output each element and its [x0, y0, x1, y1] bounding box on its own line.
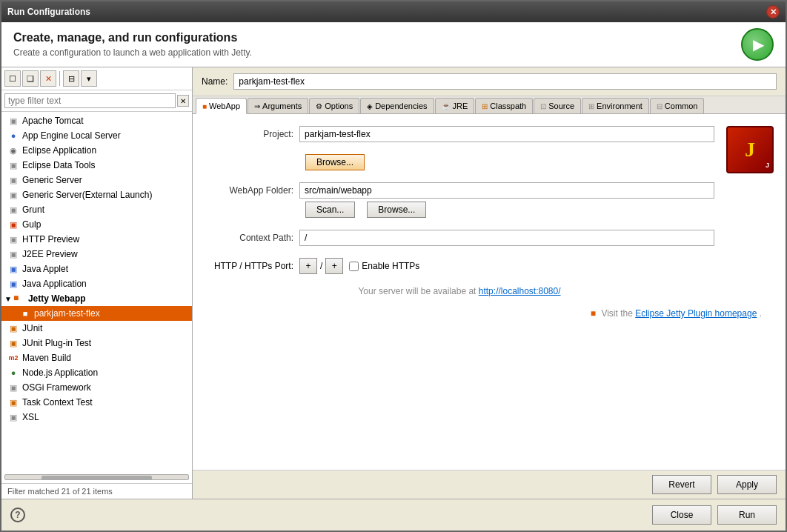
- tree-label: Java Applet: [22, 264, 68, 274]
- jetty-group-icon: ■: [13, 293, 25, 305]
- delete-config-button[interactable]: ✕: [40, 70, 56, 87]
- tab-webapp-label: WebApp: [209, 102, 240, 110]
- window-close-button[interactable]: ✕: [766, 5, 780, 19]
- tab-arguments[interactable]: ⇒ Arguments: [248, 98, 308, 113]
- run-button-header[interactable]: [741, 28, 774, 61]
- tree-label: HTTP Preview: [22, 234, 79, 245]
- project-browse-button[interactable]: Browse...: [305, 154, 365, 170]
- enable-https-row: Enable HTTPs: [349, 261, 419, 271]
- project-input[interactable]: [299, 126, 714, 142]
- tree-item-parkjam[interactable]: ■ parkjam-test-flex: [1, 306, 192, 321]
- context-path-label: Context Path:: [205, 233, 293, 243]
- http-port-plus-button[interactable]: +: [299, 258, 317, 274]
- tree-item-eclipse-data[interactable]: ▣ Eclipse Data Tools: [1, 158, 192, 173]
- tree-item-junit-plugin[interactable]: ▣ JUnit Plug-in Test: [1, 336, 192, 350]
- config-combo-button[interactable]: ▾: [81, 70, 97, 87]
- help-area: ?: [10, 505, 646, 525]
- eclipse-icon: ◉: [7, 144, 19, 156]
- java-app-icon: ▣: [7, 278, 19, 290]
- junit-plugin-icon: ▣: [7, 337, 19, 349]
- tree-item-xsl[interactable]: ▣ XSL: [1, 410, 192, 425]
- panel-form: Project: Browse... WebApp Folder:: [205, 126, 714, 302]
- sidebar-scrollbar[interactable]: [4, 474, 189, 480]
- tree-item-junit[interactable]: ▣ JUnit: [1, 321, 192, 336]
- jetty-plugin-area: ■ Visit the Eclipse Jetty Plugin homepag…: [205, 302, 774, 325]
- revert-button[interactable]: Revert: [652, 475, 711, 494]
- tree-item-java-application[interactable]: ▣ Java Application: [1, 276, 192, 291]
- tree-item-app-engine[interactable]: ● App Engine Local Server: [1, 128, 192, 143]
- webapp-folder-input[interactable]: [299, 182, 714, 199]
- tree-label: Eclipse Data Tools: [22, 160, 96, 170]
- tree-item-gulp[interactable]: ▣ Gulp: [1, 217, 192, 232]
- tree-label: Maven Build: [22, 353, 71, 363]
- j2ee-icon: ▣: [7, 248, 19, 260]
- tab-common-label: Common: [665, 102, 698, 110]
- gulp-icon: ▣: [7, 219, 19, 230]
- webapp-folder-label: WebApp Folder:: [205, 185, 293, 196]
- tree-item-maven[interactable]: m2 Maven Build: [1, 350, 192, 365]
- tab-options-label: Options: [325, 102, 353, 110]
- tab-webapp[interactable]: ■ WebApp: [196, 98, 247, 114]
- visit-suffix: .: [760, 308, 762, 319]
- junit-icon: ▣: [7, 322, 19, 334]
- server-url-link[interactable]: http://localhost:8080/: [479, 286, 561, 296]
- toolbar-separator: [59, 71, 60, 86]
- tree-group-jetty[interactable]: ▼ ■ Jetty Webapp: [1, 291, 192, 306]
- tree-label: Gulp: [22, 219, 41, 230]
- apply-button[interactable]: Apply: [717, 475, 777, 494]
- jetty-plugin-link[interactable]: Eclipse Jetty Plugin homepage: [635, 308, 757, 319]
- context-path-input[interactable]: [299, 230, 714, 246]
- visit-text: Visit the: [601, 308, 635, 319]
- circle-blue-icon: ●: [7, 130, 19, 142]
- name-input[interactable]: [233, 73, 777, 90]
- tab-jre[interactable]: ☕ JRE: [435, 98, 475, 113]
- tree-item-http-preview[interactable]: ▣ HTTP Preview: [1, 232, 192, 247]
- server-info: Your server will be availabe at http://l…: [205, 286, 714, 296]
- enable-https-checkbox[interactable]: [349, 262, 359, 271]
- tree-item-generic-server[interactable]: ▣ Generic Server: [1, 173, 192, 187]
- run-button[interactable]: Run: [717, 505, 777, 525]
- tree-item-osgi[interactable]: ▣ OSGi Framework: [1, 380, 192, 395]
- duplicate-config-button[interactable]: ❑: [22, 70, 39, 87]
- new-config-button[interactable]: ☐: [4, 70, 21, 87]
- webapp-browse-button[interactable]: Browse...: [367, 202, 426, 218]
- tree-item-j2ee[interactable]: ▣ J2EE Preview: [1, 247, 192, 262]
- filter-clear-button[interactable]: ✕: [177, 95, 189, 107]
- tree-item-apache-tomcat[interactable]: ▣ Apache Tomcat: [1, 113, 192, 128]
- data-icon: ▣: [7, 159, 19, 171]
- jre-tab-icon: ☕: [442, 102, 451, 110]
- filter-input[interactable]: [4, 93, 176, 108]
- environment-tab-icon: ⊞: [588, 102, 594, 110]
- tab-source[interactable]: ⊡ Source: [534, 98, 581, 113]
- tree-item-grunt[interactable]: ▣ Grunt: [1, 202, 192, 217]
- tab-jre-label: JRE: [453, 102, 468, 110]
- tree-item-task-context[interactable]: ▣ Task Context Test: [1, 395, 192, 410]
- tab-common[interactable]: ⊟ Common: [650, 98, 705, 113]
- generic-server-icon: ▣: [7, 174, 19, 186]
- help-button[interactable]: ?: [10, 508, 25, 522]
- maven-icon: m2: [7, 352, 19, 364]
- jetty-logo-sm: ■: [591, 308, 596, 319]
- tab-dependencies[interactable]: ◈ Dependencies: [360, 98, 434, 113]
- scan-browse-row: Scan... Browse...: [299, 202, 714, 218]
- tree-item-eclipse-application[interactable]: ◉ Eclipse Application: [1, 143, 192, 158]
- tab-classpath-label: Classpath: [490, 102, 526, 110]
- close-button[interactable]: Close: [652, 505, 711, 525]
- jetty-logo-text: J: [745, 138, 755, 162]
- common-tab-icon: ⊟: [657, 102, 663, 110]
- options-tab-icon: ⚙: [316, 102, 322, 110]
- jetty-logo: J J: [726, 126, 774, 173]
- name-row: Name:: [193, 67, 786, 96]
- grunt-icon: ▣: [7, 204, 19, 216]
- nodejs-icon: ●: [7, 367, 19, 379]
- scan-button[interactable]: Scan...: [305, 202, 355, 218]
- xsl-icon: ▣: [7, 411, 19, 423]
- tree-item-nodejs[interactable]: ● Node.js Application: [1, 365, 192, 380]
- tree-item-generic-server-ext[interactable]: ▣ Generic Server(External Launch): [1, 187, 192, 202]
- filter-button[interactable]: ⊟: [63, 70, 79, 87]
- tree-item-java-applet[interactable]: ▣ Java Applet: [1, 262, 192, 276]
- tab-classpath[interactable]: ⊞ Classpath: [475, 98, 533, 113]
- https-port-plus-button[interactable]: +: [325, 258, 343, 274]
- tab-environment[interactable]: ⊞ Environment: [582, 98, 649, 113]
- tab-options[interactable]: ⚙ Options: [309, 98, 359, 113]
